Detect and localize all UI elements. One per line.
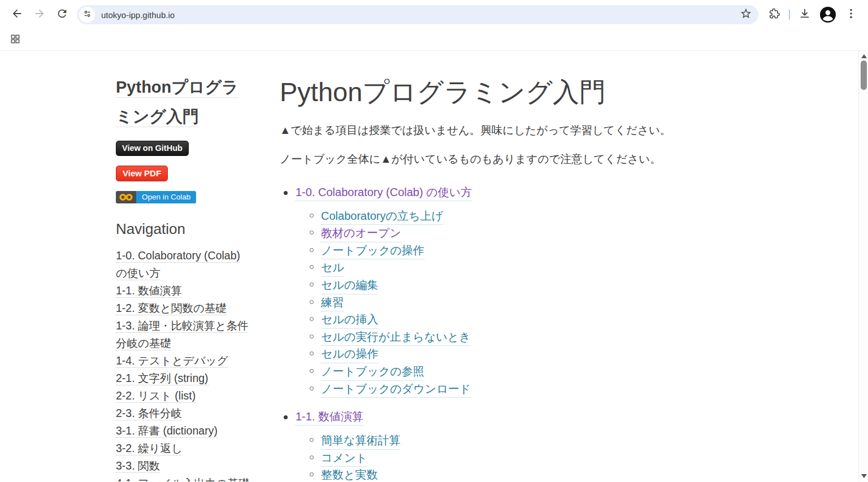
apps-shortcut-button[interactable] — [8, 33, 23, 47]
sidebar-nav-item: 1-2. 変数と関数の基礎 — [116, 299, 253, 317]
profile-button[interactable] — [819, 6, 836, 23]
toolbar-divider — [789, 10, 790, 20]
circle-bullet-icon — [310, 335, 314, 338]
circle-bullet-icon — [310, 283, 314, 286]
toc-section: 1-1. 数値演算 簡単な算術計算 コメント 整数と実数 演算子の優先順位と括弧… — [280, 409, 684, 481]
forward-icon — [33, 7, 46, 22]
toc-sub-item: 練習 — [310, 294, 684, 312]
bullet-icon — [284, 191, 288, 195]
apps-grid-icon — [10, 33, 21, 47]
toc-sub-item: ノートブックの操作 — [310, 242, 684, 260]
site-title-link[interactable]: Pythonプログラミング入門 — [116, 78, 238, 127]
sidebar-nav-item: 2-3. 条件分岐 — [116, 405, 253, 422]
intro-paragraph: ▲で始まる項目は授業では扱いません。興味にしたがって学習してください。 — [280, 122, 684, 138]
vertical-scrollbar[interactable] — [858, 51, 868, 481]
toc-sub-item: セルの編集 — [310, 277, 684, 294]
toc-sub-item: セルの挿入 — [310, 311, 684, 329]
downloads-button[interactable] — [793, 3, 816, 26]
circle-bullet-icon — [310, 214, 314, 218]
download-icon — [798, 7, 811, 22]
circle-bullet-icon — [310, 438, 314, 442]
main-content: Pythonプログラミング入門 ▲で始まる項目は授業では扱いません。興味にしたが… — [280, 51, 684, 481]
scroll-up-arrow-icon[interactable] — [861, 54, 867, 58]
toc-sub-item: ノートブックのダウンロード — [310, 381, 684, 398]
site-info-button[interactable] — [79, 7, 95, 23]
circle-bullet-icon — [310, 248, 314, 252]
site-info-icon — [83, 9, 92, 21]
circle-bullet-icon — [310, 369, 314, 373]
page-title: Pythonプログラミング入門 — [280, 75, 684, 109]
bookmark-button[interactable] — [737, 6, 755, 24]
toc-sublist: 簡単な算術計算 コメント 整数と実数 演算子の優先順位と括弧 算術演算子のまとめ — [280, 432, 684, 481]
view-pdf-button[interactable]: View PDF — [116, 166, 168, 181]
sidebar-nav-item: 2-1. 文字列 (string) — [116, 370, 253, 387]
toc-sub-item: 簡単な算術計算 — [310, 432, 684, 450]
sidebar-nav-item: 1-4. テストとデバッグ — [116, 352, 253, 370]
reload-icon — [56, 7, 68, 22]
reload-button[interactable] — [51, 3, 73, 26]
toc-section-link[interactable]: 1-0. Colaboratory (Colab) の使い方 — [296, 185, 472, 201]
toc-sub-item: 整数と実数 — [310, 467, 684, 481]
toc-section-link[interactable]: 1-1. 数値演算 — [296, 409, 363, 425]
sidebar-nav-item: 1-0. Colaboratory (Colab) の使い方 — [116, 247, 253, 282]
profile-avatar-icon — [819, 15, 836, 25]
sidebar-nav-item: 3-1. 辞書 (dictionary) — [116, 422, 253, 440]
address-bar[interactable]: utokyo-ipp.github.io — [77, 5, 758, 24]
toc-sublist: Colaboratoryの立ち上げ 教材のオープン ノートブックの操作 セル セ… — [280, 208, 684, 398]
kebab-menu-icon — [845, 7, 857, 22]
toc-sub-item: セル — [310, 259, 684, 277]
browser-menu-button[interactable] — [840, 3, 862, 26]
toc-sub-item: Colaboratoryの立ち上げ — [310, 208, 684, 225]
url-text[interactable]: utokyo-ipp.github.io — [101, 10, 737, 20]
circle-bullet-icon — [310, 300, 314, 304]
bookmarks-bar — [0, 29, 868, 51]
toc-sub-item: 教材のオープン — [310, 225, 684, 242]
sidebar-nav-item: 1-3. 論理・比較演算と条件分岐の基礎 — [116, 317, 253, 352]
extensions-puzzle-icon — [768, 7, 780, 22]
intro-paragraph: ノートブック全体に▲が付いているものもありますので注意してください。 — [280, 151, 684, 167]
forward-button[interactable] — [28, 3, 51, 26]
toc-section: 1-0. Colaboratory (Colab) の使い方 Colaborat… — [280, 185, 684, 398]
toc-sub-item: コメント — [310, 450, 684, 467]
back-button[interactable] — [6, 3, 28, 26]
site-title: Pythonプログラミング入門 — [116, 72, 253, 131]
extensions-button[interactable] — [763, 3, 785, 26]
circle-bullet-icon — [310, 387, 314, 390]
sidebar: Pythonプログラミング入門 View on GitHub View PDF … — [116, 51, 253, 481]
sidebar-nav-item: 4-1. ファイル入出力の基礎 — [116, 475, 253, 481]
navigation-heading: Navigation — [116, 220, 253, 238]
circle-bullet-icon — [310, 455, 314, 459]
toc-sub-item: ノートブックの参照 — [310, 363, 684, 381]
scroll-down-arrow-icon[interactable] — [861, 474, 867, 478]
bookmark-star-icon — [740, 7, 752, 22]
toc-sub-item: セルの実行が止まらないとき — [310, 329, 684, 346]
circle-bullet-icon — [310, 265, 314, 269]
open-in-colab-button[interactable]: Open in Colab — [116, 191, 196, 203]
bullet-icon — [284, 415, 288, 419]
browser-toolbar: utokyo-ipp.github.io — [0, 0, 868, 29]
table-of-contents: 1-0. Colaboratory (Colab) の使い方 Colaborat… — [280, 185, 684, 481]
back-icon — [11, 7, 23, 22]
sidebar-nav-list: 1-0. Colaboratory (Colab) の使い方 1-1. 数値演算… — [116, 247, 253, 481]
toc-sub-item: セルの操作 — [310, 346, 684, 363]
colab-button-label: Open in Colab — [136, 191, 196, 203]
circle-bullet-icon — [310, 351, 314, 355]
sidebar-nav-item: 2-2. リスト (list) — [116, 387, 253, 405]
sidebar-nav-item: 3-3. 関数 — [116, 457, 253, 475]
sidebar-nav-item: 1-1. 数値演算 — [116, 282, 253, 299]
sidebar-nav-item: 3-2. 繰り返し — [116, 440, 253, 457]
scrollbar-thumb[interactable] — [861, 60, 867, 90]
view-on-github-button[interactable]: View on GitHub — [116, 141, 189, 156]
circle-bullet-icon — [310, 317, 314, 321]
circle-bullet-icon — [310, 472, 314, 476]
colab-logo-icon — [116, 191, 136, 203]
page-viewport: Pythonプログラミング入門 View on GitHub View PDF … — [0, 51, 868, 481]
circle-bullet-icon — [310, 231, 314, 235]
